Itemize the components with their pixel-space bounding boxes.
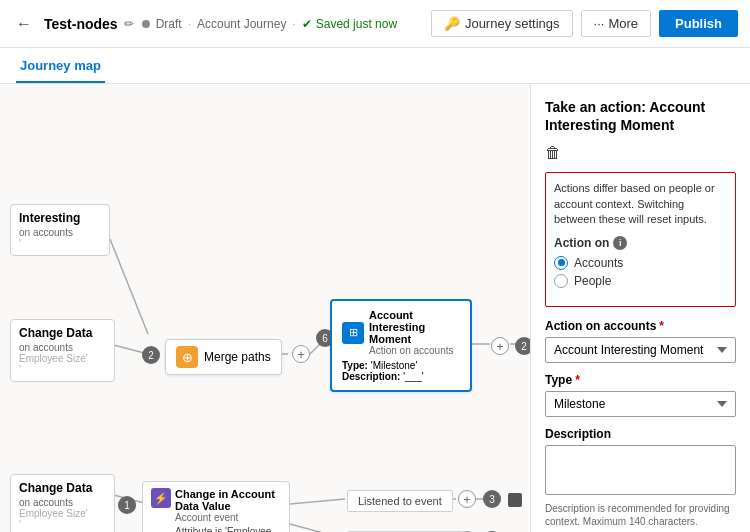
accounts-label: Accounts [574,256,623,270]
settings-icon: 🔑 [444,16,460,31]
description-label: Description [545,427,736,441]
num-before-event: 1 [118,496,136,514]
radio-accounts[interactable]: Accounts [554,256,727,270]
header-right: 🔑 Journey settings ··· More Publish [431,10,738,37]
radio-accounts-dot [554,256,568,270]
breadcrumb-status: Draft [156,17,182,31]
page-title: Test-nodes [44,16,118,32]
journey-settings-button[interactable]: 🔑 Journey settings [431,10,573,37]
interesting-sub: on accounts [19,227,101,238]
change-data-sub-2: on accounts [19,497,106,508]
change-data-title-2: Change Data [19,481,106,495]
interesting-title: Interesting [19,211,101,225]
change-data-title-1: Change Data [19,326,106,340]
action-on-label: Action on [554,236,609,250]
event-node[interactable]: ⚡ Change in Account Data Value Account e… [142,481,290,532]
panel-title: Take an action: Account Interesting Mome… [545,98,736,134]
event-icon: ⚡ [151,488,171,508]
im-type-row: Type: 'Milestone' [342,360,460,371]
radio-people[interactable]: People [554,274,727,288]
plus-after-listened[interactable]: + [458,490,476,508]
settings-label: Journey settings [465,16,560,31]
canvas: Interesting on accounts ' Change Data on… [0,84,530,532]
info-icon[interactable]: i [613,236,627,250]
svg-line-0 [110,239,148,334]
edit-icon[interactable]: ✏ [124,17,134,31]
im-desc-row: Description: '___' [342,371,460,382]
breadcrumb-sep2: · [292,17,295,31]
status-dot [142,20,150,28]
num-after-im: 2 [515,337,530,355]
plus-after-merge[interactable]: + [292,345,310,363]
event-details: Change in Account Data Value Account eve… [175,488,281,532]
warning-box: Actions differ based on people or accoun… [545,172,736,306]
change-data-arrow-1: ' [19,364,106,375]
listened-label: Listened to event [358,495,442,507]
action-on-accounts-label: Action on accounts * [545,319,736,333]
saved-text: Saved just now [316,17,397,31]
change-data-attr-2: Employee Size' [19,508,106,519]
header: ← Test-nodes ✏ Draft · Account Journey ·… [0,0,750,48]
title-area: Test-nodes ✏ [44,16,134,32]
merge-label: Merge paths [204,350,271,364]
change-data-node-2[interactable]: Change Data on accounts Employee Size' ' [10,474,115,532]
merge-node[interactable]: ⊕ Merge paths [165,339,282,375]
radio-group: Accounts People [554,256,727,288]
tab-journey-map[interactable]: Journey map [16,50,105,83]
description-hint: Description is recommended for providing… [545,502,736,528]
im-node-title: Account Interesting Moment Action on acc… [369,309,460,356]
publish-button[interactable]: Publish [659,10,738,37]
sub-nav: Journey map [0,48,750,84]
im-node-icon: ⊞ [342,322,364,344]
people-label: People [574,274,611,288]
change-data-sub-1: on accounts [19,342,106,353]
num-circle-merge: 2 [142,346,160,364]
header-left: ← Test-nodes ✏ Draft · Account Journey ·… [12,11,397,37]
change-data-arrow-2: ' [19,519,106,530]
change-data-attr-1: Employee Size' [19,353,106,364]
action-on-label-row: Action on i [554,236,727,250]
svg-line-8 [290,524,345,532]
interesting-arrow: ' [19,238,101,249]
plus-after-im[interactable]: + [491,337,509,355]
merge-icon: ⊕ [176,346,198,368]
account-im-node[interactable]: ⊞ Account Interesting Moment Action on a… [330,299,472,392]
warning-text: Actions differ based on people or accoun… [554,181,727,227]
breadcrumb: Draft · Account Journey · ✔ Saved just n… [142,17,397,31]
change-data-node-1[interactable]: Change Data on accounts Employee Size' ' [10,319,115,382]
svg-line-7 [290,499,345,504]
radio-people-dot [554,274,568,288]
right-panel: Take an action: Account Interesting Mome… [530,84,750,532]
breadcrumb-journey: Account Journey [197,17,286,31]
description-textarea[interactable] [545,445,736,495]
required-star-1: * [659,319,664,333]
required-star-2: * [575,373,580,387]
type-select[interactable]: Milestone [545,391,736,417]
more-button[interactable]: ··· More [581,10,651,37]
listened-box[interactable]: Listened to event [347,490,453,512]
breadcrumb-sep: · [188,17,191,31]
check-icon: ✔ [302,17,312,31]
back-button[interactable]: ← [12,11,36,37]
main: Interesting on accounts ' Change Data on… [0,84,750,532]
square-end-listened [508,493,522,507]
num-after-listened: 3 [483,490,501,508]
type-label: Type * [545,373,736,387]
saved-badge: ✔ Saved just now [302,17,397,31]
action-on-accounts-select[interactable]: Account Interesting Moment [545,337,736,363]
more-dots-icon: ··· [594,16,605,31]
more-label: More [608,16,638,31]
trash-icon[interactable]: 🗑 [545,144,736,162]
interesting-node[interactable]: Interesting on accounts ' [10,204,110,256]
